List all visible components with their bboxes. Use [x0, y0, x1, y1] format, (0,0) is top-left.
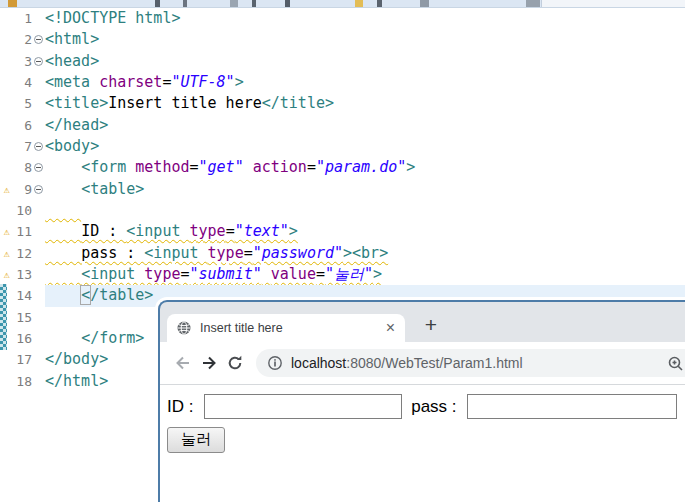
browser-tab-strip: Insert title here × + — [160, 302, 685, 342]
toolbar-icon-fragment — [8, 0, 17, 7]
browser-navbar: localhost:8080/WebTest/Param1.html — [160, 342, 685, 385]
annotation-gutter — [0, 51, 13, 72]
code-text-cell[interactable]: <!DOCTYPE html> — [45, 8, 685, 29]
new-tab-button[interactable]: + — [418, 313, 444, 339]
reload-button[interactable] — [222, 350, 248, 376]
fold-gutter — [34, 328, 45, 349]
fold-collapse-icon[interactable] — [34, 142, 43, 151]
fold-collapse-icon[interactable] — [34, 185, 43, 194]
code-line-13[interactable]: ⚠13 <input type="submit" value="눌러"> — [0, 264, 685, 285]
line-number: 18 — [13, 371, 34, 392]
screen: 1<!DOCTYPE html>2<html>3<head>4<meta cha… — [0, 0, 685, 502]
editor-tab-area-fragment — [541, 0, 685, 7]
toolbar-icon-fragment — [285, 0, 290, 7]
code-text-cell[interactable]: </head> — [45, 115, 685, 136]
code-line-12[interactable]: ⚠12 pass : <input type="password"><br> — [0, 243, 685, 264]
tab-close-icon[interactable]: × — [384, 320, 397, 336]
annotation-gutter — [0, 349, 13, 370]
tab-title: Insert title here — [200, 321, 384, 335]
toolbar-icon-fragment — [230, 0, 238, 7]
globe-favicon-icon — [177, 321, 191, 335]
forward-button[interactable] — [196, 350, 222, 376]
code-line-11[interactable]: ⚠11 ID : <input type="text"> — [0, 221, 685, 242]
form-row: ID : pass : — [167, 394, 685, 419]
fold-gutter — [34, 200, 45, 221]
code-text-cell[interactable]: <title>Insert title here</title> — [45, 93, 685, 114]
code-line-9[interactable]: ⚠9 <table> — [0, 179, 685, 200]
fold-gutter — [34, 93, 45, 114]
warning-icon[interactable]: ⚠ — [0, 264, 13, 285]
id-label: ID : — [167, 397, 198, 417]
line-number: 10 — [13, 200, 34, 221]
zoom-in-indicator-icon[interactable] — [667, 355, 685, 373]
fold-gutter — [34, 221, 45, 242]
line-number: 14 — [13, 285, 34, 306]
toolbar-icon-fragment — [252, 0, 256, 7]
back-button[interactable] — [170, 350, 196, 376]
code-text-cell[interactable]: <table> — [45, 179, 685, 200]
line-number: 11 — [13, 221, 34, 242]
code-line-1[interactable]: 1<!DOCTYPE html> — [0, 8, 685, 29]
code-text-cell[interactable] — [45, 200, 685, 221]
code-text-cell[interactable]: <form method="get" action="param.do"> — [45, 157, 685, 178]
line-number: 3 — [13, 51, 34, 72]
code-text-cell[interactable]: ID : <input type="text"> — [45, 221, 685, 242]
annotation-gutter — [0, 200, 13, 221]
line-number: 15 — [13, 307, 34, 328]
code-text-cell[interactable]: <body> — [45, 136, 685, 157]
line-number: 17 — [13, 349, 34, 370]
toolbar-icon-fragment — [526, 0, 540, 7]
annotation-gutter — [0, 72, 13, 93]
reload-icon — [225, 353, 245, 373]
id-input[interactable] — [204, 394, 402, 419]
line-number: 6 — [13, 115, 34, 136]
code-line-10[interactable]: 10 — [0, 200, 685, 221]
code-line-6[interactable]: 6</head> — [0, 115, 685, 136]
forward-arrow-icon — [199, 353, 219, 373]
fold-collapse-icon[interactable] — [34, 163, 43, 172]
warning-icon[interactable]: ⚠ — [0, 243, 13, 264]
pass-label: pass : — [411, 397, 461, 417]
line-number: 4 — [13, 72, 34, 93]
pass-input[interactable] — [467, 394, 677, 419]
code-text-cell[interactable]: <head> — [45, 51, 685, 72]
submit-button[interactable]: 눌러 — [167, 427, 225, 453]
code-line-7[interactable]: 7<body> — [0, 136, 685, 157]
warning-icon[interactable]: ⚠ — [0, 221, 13, 242]
annotation-gutter — [0, 93, 13, 114]
page-info-icon[interactable] — [267, 355, 283, 371]
toolbar-icon-fragment — [155, 0, 160, 7]
code-line-5[interactable]: 5<title>Insert title here</title> — [0, 93, 685, 114]
fold-gutter — [34, 264, 45, 285]
browser-tab[interactable]: Insert title here × — [167, 314, 405, 342]
fold-gutter — [34, 179, 45, 200]
fold-collapse-icon[interactable] — [34, 35, 43, 44]
code-text-cell[interactable]: <input type="submit" value="눌러"> — [45, 264, 685, 285]
fold-gutter — [34, 285, 45, 306]
line-number: 13 — [13, 264, 34, 285]
fold-gutter — [34, 51, 45, 72]
fold-gutter — [34, 157, 45, 178]
code-line-2[interactable]: 2<html> — [0, 29, 685, 50]
annotation-gutter — [0, 115, 13, 136]
code-line-8[interactable]: 8 <form method="get" action="param.do"> — [0, 157, 685, 178]
code-text-cell[interactable]: pass : <input type="password"><br> — [45, 243, 685, 264]
fold-gutter — [34, 371, 45, 392]
back-arrow-icon — [173, 353, 193, 373]
rendered-page: ID : pass : 눌러 — [160, 385, 685, 502]
fold-gutter — [34, 72, 45, 93]
fold-gutter — [34, 307, 45, 328]
line-number: 16 — [13, 328, 34, 349]
code-line-4[interactable]: 4<meta charset="UTF-8"> — [0, 72, 685, 93]
code-text-cell[interactable]: <meta charset="UTF-8"> — [45, 72, 685, 93]
line-number: 9 — [13, 179, 34, 200]
address-bar[interactable]: localhost:8080/WebTest/Param1.html — [256, 349, 685, 377]
fold-gutter — [34, 29, 45, 50]
fold-gutter — [34, 136, 45, 157]
code-line-3[interactable]: 3<head> — [0, 51, 685, 72]
code-text-cell[interactable]: <html> — [45, 29, 685, 50]
warning-icon[interactable]: ⚠ — [0, 179, 13, 200]
line-number: 7 — [13, 136, 34, 157]
fold-collapse-icon[interactable] — [34, 57, 43, 66]
url-text: localhost:8080/WebTest/Param1.html — [291, 355, 523, 371]
